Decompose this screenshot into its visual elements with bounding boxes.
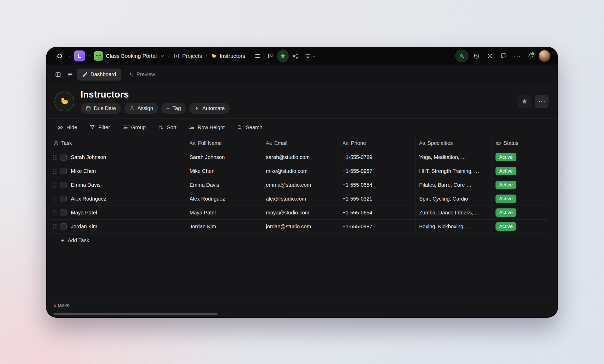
row-checkbox[interactable] (60, 168, 67, 174)
status-cell[interactable]: Active (492, 192, 548, 206)
full-name-cell[interactable]: Jordan Kim (186, 220, 262, 233)
notification-dot (531, 52, 535, 56)
help-chat-button[interactable] (498, 50, 509, 62)
status-cell[interactable]: Active (492, 220, 548, 233)
column-header-email[interactable]: Aa Email (262, 136, 339, 150)
phone-cell[interactable]: +1-555-0987 (339, 220, 415, 233)
row-checkbox[interactable] (60, 154, 67, 161)
specialties-cell[interactable]: Pilates, Barre, Core … (415, 178, 492, 192)
breadcrumb-projects[interactable]: Projects (173, 53, 202, 59)
notifications-button[interactable] (525, 50, 537, 62)
specialties-cell[interactable]: Yoga, Meditation, … (415, 150, 492, 164)
specialties-cell[interactable]: Zumba, Dance Fitness, … (415, 206, 492, 219)
specialties-cell[interactable]: Spin, Cycling, Cardio (415, 192, 492, 206)
filter-button[interactable]: Filter (89, 124, 110, 130)
scrollbar-thumb[interactable] (54, 313, 218, 315)
table-row[interactable]: Emma Davis Emma Davis emma@studio.com +1… (50, 178, 548, 192)
assign-button[interactable]: Assign (124, 103, 158, 114)
column-header-specialties[interactable]: Aa Specialties (415, 136, 492, 150)
status-cell[interactable]: Active (492, 178, 548, 192)
group-button[interactable]: Group (122, 124, 146, 130)
board-view-button[interactable] (265, 50, 276, 62)
specialties-cell[interactable]: Boxing, Kickboxing, … (415, 220, 492, 233)
task-cell: Maya Patel (50, 206, 186, 219)
invite-members-button[interactable] (455, 50, 469, 62)
full-name-cell[interactable]: Sarah Johnson (186, 150, 262, 164)
row-height-button[interactable]: Row Height (189, 124, 225, 130)
task-count: 6 tasks (50, 299, 186, 311)
workspace-avatar[interactable]: L (74, 50, 85, 61)
list-view-button[interactable] (252, 50, 264, 62)
drag-handle-icon[interactable] (53, 155, 57, 160)
column-header-task[interactable]: Task (50, 136, 186, 150)
table-row[interactable]: Jordan Kim Jordan Kim jordan@studio.com … (50, 220, 548, 234)
user-avatar[interactable] (539, 50, 550, 62)
drag-handle-icon[interactable] (53, 196, 57, 202)
column-header-full-name[interactable]: Aa Full Name (186, 136, 262, 150)
drag-handle-icon[interactable] (53, 168, 57, 174)
row-checkbox[interactable] (60, 209, 67, 216)
add-task-button[interactable]: + Add Task (50, 234, 186, 247)
full-name-cell[interactable]: Emma Davis (186, 178, 262, 192)
email-cell[interactable]: jordan@studio.com (262, 220, 339, 233)
row-checkbox[interactable] (60, 223, 67, 230)
due-date-button[interactable]: Due Date (81, 103, 121, 114)
page-label: Instructors (220, 53, 245, 59)
column-header-status[interactable]: Status (492, 136, 548, 150)
favorite-page-button[interactable] (518, 95, 531, 108)
full-name-cell[interactable]: Alex Rodriguez (186, 192, 262, 206)
app-window: / L / Class Booking Portal / Projects / (47, 47, 557, 317)
email-cell[interactable]: alex@studio.com (262, 192, 339, 206)
filter-view-button[interactable] (302, 50, 318, 62)
email-cell[interactable]: emma@studio.com (262, 178, 339, 192)
breadcrumb-page[interactable]: Instructors (211, 53, 245, 59)
hide-button[interactable]: Hide (57, 124, 77, 131)
tab-dashboard[interactable]: Dashboard (77, 69, 121, 81)
app-logo-icon[interactable] (54, 50, 65, 62)
row-checkbox[interactable] (60, 196, 67, 202)
history-button[interactable] (471, 50, 482, 62)
drag-handle-icon[interactable] (53, 224, 57, 229)
email-cell[interactable]: maya@studio.com (262, 206, 339, 219)
drag-handle-icon[interactable] (53, 182, 57, 188)
status-cell[interactable]: Active (492, 164, 548, 178)
column-header-phone[interactable]: Aa Phone (339, 136, 415, 150)
breadcrumb-separator: / (69, 53, 70, 59)
quick-actions: Due Date Assign + Tag Automate (81, 103, 230, 114)
phone-cell[interactable]: +1-555-0321 (339, 192, 415, 206)
email-cell[interactable]: mike@studio.com (262, 164, 339, 178)
add-tag-button[interactable]: + Tag (161, 103, 186, 114)
settings-button[interactable] (484, 50, 496, 62)
automate-button[interactable]: Automate (189, 103, 230, 114)
menu-button[interactable] (65, 69, 75, 80)
more-options-button[interactable]: ⋯ (511, 50, 523, 62)
phone-cell[interactable]: +1-555-0654 (339, 206, 415, 219)
status-cell[interactable]: Active (492, 150, 548, 164)
search-button[interactable]: Search (237, 124, 262, 130)
phone-cell[interactable]: +1-555-0654 (339, 178, 415, 192)
favorite-view-button[interactable] (277, 50, 289, 62)
status-type-icon (495, 140, 501, 146)
phone-cell[interactable]: +1-555-0789 (339, 150, 415, 164)
table-row[interactable]: Maya Patel Maya Patel maya@studio.com +1… (50, 206, 548, 220)
specialties-cell[interactable]: HIIT, Strength Training, … (415, 164, 492, 178)
full-name-cell[interactable]: Maya Patel (186, 206, 262, 219)
task-cell: Sarah Johnson (50, 150, 186, 164)
breadcrumb-team[interactable]: Class Booking Portal (94, 51, 165, 61)
sort-button[interactable]: Sort (158, 124, 176, 130)
table-row[interactable]: Mike Chen Mike Chen mike@studio.com +1-5… (50, 164, 548, 178)
status-cell[interactable]: Active (492, 206, 548, 219)
table-row[interactable]: Sarah Johnson Sarah Johnson sarah@studio… (50, 150, 548, 164)
table-row[interactable]: Alex Rodriguez Alex Rodriguez alex@studi… (50, 192, 548, 206)
page-avatar[interactable] (54, 92, 74, 111)
sidebar-toggle-button[interactable] (53, 69, 63, 80)
drag-handle-icon[interactable] (53, 210, 57, 215)
full-name-cell[interactable]: Mike Chen (186, 164, 262, 178)
phone-cell[interactable]: +1-555-0987 (339, 164, 415, 178)
email-cell[interactable]: sarah@studio.com (262, 150, 339, 164)
share-button[interactable] (290, 50, 301, 62)
tab-preview[interactable]: Preview (123, 69, 160, 81)
page-more-button[interactable]: ⋯ (535, 95, 549, 108)
row-checkbox[interactable] (60, 182, 67, 188)
rows-icon (254, 53, 261, 59)
